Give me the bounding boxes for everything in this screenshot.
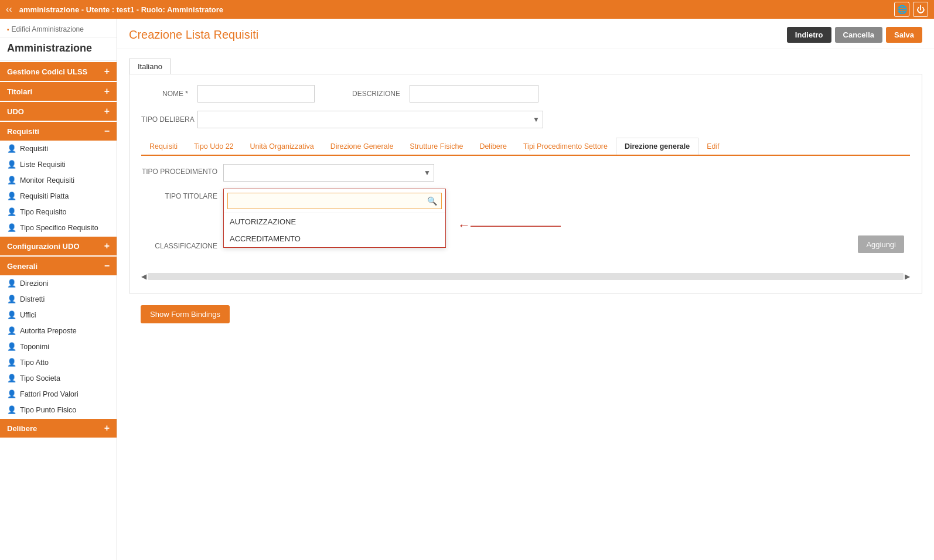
- show-form-bindings-button[interactable]: Show Form Bindings: [141, 305, 230, 323]
- sidebar: ▪ Edifici Amministrazione Amministrazion…: [0, 19, 117, 560]
- sidebar-section-delibere-icon: +: [104, 423, 110, 433]
- sidebar-section-udo-label: UDO: [7, 107, 24, 116]
- sidebar-section-requisiti[interactable]: Requisiti −: [0, 122, 117, 141]
- tab-requisiti[interactable]: Requisiti: [141, 138, 186, 155]
- back-arrow-icon: ‹‹: [6, 4, 12, 15]
- inner-form: TIPO PROCEDIMENTO ▼ TIPO TITOLARE: [141, 156, 910, 268]
- globe-icon[interactable]: 🌐: [894, 2, 909, 17]
- sidebar-item-tipo-requisito[interactable]: 👤 Tipo Requisito: [0, 204, 117, 220]
- sidebar-logo: ▪ Edifici Amministrazione: [0, 19, 117, 37]
- form-row-nome-descrizione: NOME * DESCRIZIONE: [141, 85, 910, 103]
- tab-tipi-procedimento-settore[interactable]: Tipi Procedimento Settore: [515, 138, 616, 155]
- sidebar-item-tipo-societa[interactable]: 👤 Tipo Societa: [0, 370, 117, 386]
- sidebar-section-generali[interactable]: Generali −: [0, 257, 117, 275]
- dropdown-search-area: 🔍: [224, 189, 445, 213]
- sidebar-section-gestione[interactable]: Gestione Codici ULSS +: [0, 62, 117, 81]
- sidebar-section-configurazioni-icon: +: [104, 241, 110, 251]
- dropdown-search-input[interactable]: [227, 193, 442, 209]
- sidebar-item-label-liste: Liste Requisiti: [20, 161, 66, 169]
- tipo-delibera-select[interactable]: [197, 111, 543, 128]
- indietro-button[interactable]: Indietro: [787, 27, 831, 43]
- inner-row-tipo-procedimento: TIPO PROCEDIMENTO ▼: [141, 164, 910, 182]
- top-bar: ‹‹ amministrazione - Utente : test1 - Ru…: [0, 0, 934, 19]
- lang-tab[interactable]: Italiano: [129, 59, 171, 74]
- sidebar-item-direzioni[interactable]: 👤 Direzioni: [0, 275, 117, 291]
- sidebar-section-gestione-label: Gestione Codici ULSS: [7, 67, 87, 76]
- tab-direzione-generale[interactable]: Direzione Generale: [322, 138, 402, 155]
- person-icon-g2: 👤: [7, 295, 16, 303]
- tab-edif[interactable]: Edif: [698, 138, 728, 155]
- sidebar-item-label-piatta: Requisiti Piatta: [20, 192, 69, 200]
- sidebar-section-requisiti-icon: −: [104, 126, 110, 136]
- sidebar-section-titolari-icon: +: [104, 86, 110, 97]
- top-bar-left: ‹‹ amministrazione - Utente : test1 - Ru…: [6, 4, 223, 15]
- sidebar-section-generali-label: Generali: [7, 262, 38, 271]
- tab-strutture-fisiche[interactable]: Strutture Fisiche: [401, 138, 471, 155]
- tab-unita-organizzativa[interactable]: Unità Organizzativa: [242, 138, 322, 155]
- content-header: Creazione Lista Requisiti Indietro Cance…: [117, 19, 934, 49]
- descrizione-input[interactable]: [410, 85, 538, 103]
- sidebar-section-delibere-label: Delibere: [7, 424, 37, 433]
- person-icon-1: 👤: [7, 144, 16, 153]
- sidebar-item-label-requisiti: Requisiti: [20, 145, 48, 153]
- sidebar-item-requisiti[interactable]: 👤 Requisiti: [0, 141, 117, 156]
- sidebar-item-autorita[interactable]: 👤 Autorita Preposte: [0, 323, 117, 339]
- person-icon-g3: 👤: [7, 310, 16, 319]
- tipo-procedimento-label: TIPO PROCEDIMENTO: [141, 164, 217, 176]
- tab-delibere[interactable]: Delibere: [471, 138, 515, 155]
- form-row-tipo-delibera: TIPO DELIBERA ▼: [141, 111, 910, 128]
- classificazione-label: CLASSIFICAZIONE: [141, 238, 217, 250]
- person-icon-g1: 👤: [7, 279, 16, 288]
- tipo-titolare-dropdown-open: 🔍 AUTORIZZAZIONE ACCREDITAMENTO: [223, 189, 446, 248]
- scroll-row: ◀ ▶: [141, 271, 910, 282]
- sidebar-section-gestione-icon: +: [104, 66, 110, 77]
- person-icon-g7: 👤: [7, 374, 16, 383]
- sidebar-item-tipo-atto[interactable]: 👤 Tipo Atto: [0, 354, 117, 370]
- page-title: Creazione Lista Requisiti: [129, 28, 258, 42]
- sidebar-item-monitor[interactable]: 👤 Monitor Requisiti: [0, 172, 117, 188]
- sidebar-item-uffici[interactable]: 👤 Uffici: [0, 307, 117, 323]
- tipo-titolare-dropdown[interactable]: ▼ 🔍 AUTORIZZAZIONE: [223, 189, 434, 206]
- person-icon-4: 👤: [7, 192, 16, 200]
- tipo-procedimento-select[interactable]: [223, 164, 434, 182]
- sidebar-item-label-tipo-atto: Tipo Atto: [20, 358, 49, 367]
- sidebar-item-label-monitor: Monitor Requisiti: [20, 176, 74, 185]
- sidebar-section-titolari-label: Titolari: [7, 87, 32, 96]
- sidebar-item-liste-requisiti[interactable]: 👤 Liste Requisiti: [0, 156, 117, 172]
- tab-direzione-generale-2[interactable]: Direzione generale: [616, 138, 698, 156]
- cancella-button[interactable]: Cancella: [835, 27, 882, 43]
- sidebar-item-label-tipo-punto: Tipo Punto Fisico: [20, 406, 76, 414]
- scroll-right-icon[interactable]: ▶: [905, 272, 910, 281]
- sidebar-item-tipo-punto[interactable]: 👤 Tipo Punto Fisico: [0, 402, 117, 418]
- person-icon-6: 👤: [7, 223, 16, 232]
- power-icon[interactable]: ⏻: [913, 2, 928, 17]
- person-icon-g5: 👤: [7, 342, 16, 351]
- sidebar-item-label-uffici: Uffici: [20, 311, 36, 319]
- tab-tipo-udo-22[interactable]: Tipo Udo 22: [186, 138, 242, 155]
- person-icon-g4: 👤: [7, 326, 16, 335]
- aggiungi-button[interactable]: Aggiungi: [858, 235, 904, 253]
- dropdown-item-autorizzazione[interactable]: AUTORIZZAZIONE: [224, 213, 445, 230]
- dropdown-item-accreditamento[interactable]: ACCREDITAMENTO: [224, 230, 445, 247]
- scroll-left-icon[interactable]: ◀: [141, 272, 146, 281]
- sidebar-section-titolari[interactable]: Titolari +: [0, 82, 117, 101]
- nome-input[interactable]: [197, 85, 315, 103]
- sidebar-item-label-distretti: Distretti: [20, 295, 45, 303]
- sidebar-item-label-fattori: Fattori Prod Valori: [20, 390, 79, 398]
- sidebar-section-requisiti-label: Requisiti: [7, 127, 39, 136]
- sidebar-section-delibere[interactable]: Delibere +: [0, 419, 117, 438]
- sidebar-section-configurazioni[interactable]: Configurazioni UDO +: [0, 237, 117, 255]
- person-icon-g6: 👤: [7, 358, 16, 367]
- sidebar-item-label-toponimi: Toponimi: [20, 343, 49, 351]
- sidebar-item-requisiti-piatta[interactable]: 👤 Requisiti Piatta: [0, 188, 117, 204]
- sidebar-section-udo-icon: +: [104, 106, 110, 117]
- form-card: NOME * DESCRIZIONE TIPO DELIBERA ▼: [129, 74, 922, 293]
- sidebar-section-udo[interactable]: UDO +: [0, 102, 117, 121]
- sidebar-item-label-tipo-societa: Tipo Societa: [20, 374, 60, 383]
- salva-button[interactable]: Salva: [886, 27, 922, 43]
- sidebar-item-tipo-specifico[interactable]: 👤 Tipo Specifico Requisito: [0, 220, 117, 235]
- scroll-track[interactable]: [148, 273, 904, 280]
- sidebar-item-fattori[interactable]: 👤 Fattori Prod Valori: [0, 386, 117, 402]
- sidebar-item-toponimi[interactable]: 👤 Toponimi: [0, 339, 117, 354]
- sidebar-item-distretti[interactable]: 👤 Distretti: [0, 291, 117, 307]
